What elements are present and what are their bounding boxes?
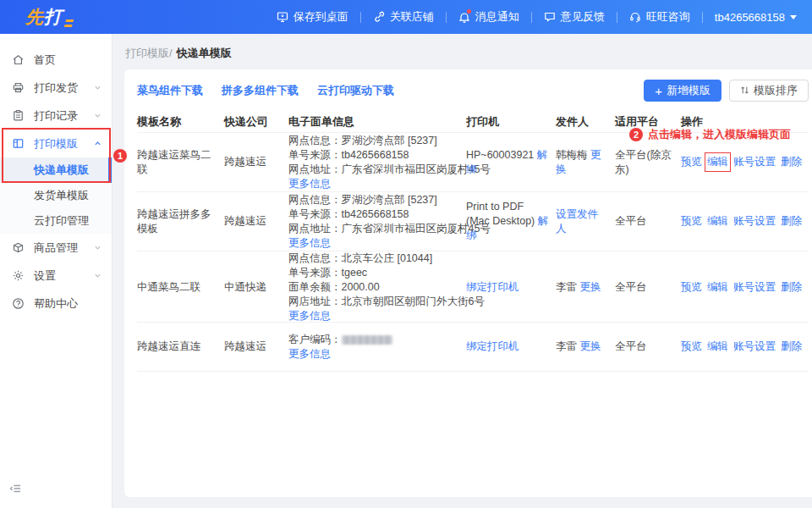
printer-cell: HP~60003921 解绑 <box>466 148 556 177</box>
table-row: 跨越速运直连 跨越速运 客户编码： 更多信息 绑定打印机 李雷 更换 全平台 <box>137 323 809 372</box>
more-info-link[interactable]: 更多信息 <box>288 310 331 322</box>
logo-accent-mark <box>64 19 74 27</box>
bind-printer-link[interactable]: 绑定打印机 <box>466 281 519 293</box>
info-value: 罗湖沙湾点部 [5237] <box>342 135 437 146</box>
redacted-customer-code <box>342 335 392 345</box>
change-sender-link[interactable]: 更换 <box>579 340 601 352</box>
preview-link[interactable]: 预览 <box>681 280 702 295</box>
waybill-info: 网点信息：罗湖沙湾点部 [5237] 单号来源：tb4265668158 网点地… <box>288 193 466 251</box>
main-content: 打印模版/ 快递单模版 菜鸟组件下载 拼多多组件下载 云打印驱动下载 + 新增模… <box>112 34 812 508</box>
edit-link[interactable]: 编辑 <box>707 155 728 169</box>
delete-link[interactable]: 删除 <box>781 340 802 354</box>
app-logo[interactable]: 先 打 <box>25 5 73 29</box>
sidebar-item-print-ship[interactable]: 打印发货 <box>0 74 112 102</box>
info-label: 单号来源： <box>288 149 342 161</box>
edit-link[interactable]: 编辑 <box>707 280 728 295</box>
row-actions: 预览 编辑 账号设置 删除 <box>681 214 809 229</box>
delete-link[interactable]: 删除 <box>781 155 802 169</box>
breadcrumb-parent[interactable]: 打印模版/ <box>125 46 173 61</box>
annotation-step2: 2 点击编辑，进入模版编辑页面 <box>629 127 791 142</box>
info-label: 网点信息： <box>288 135 342 146</box>
account-menu[interactable]: tb4265668158 <box>715 11 797 24</box>
sort-templates-button[interactable]: 模版排序 <box>729 80 809 102</box>
annotation-step2-text: 点击编辑，进入模版编辑页面 <box>648 127 791 142</box>
plus-icon: + <box>655 85 662 97</box>
save-to-desktop-button[interactable]: 保存到桌面 <box>277 9 348 25</box>
column-header-courier: 快递公司 <box>224 114 288 130</box>
chevron-down-icon <box>94 272 102 279</box>
account-settings-link[interactable]: 账号设置 <box>733 155 776 169</box>
bind-printer-link[interactable]: 绑定打印机 <box>466 340 519 352</box>
info-label: 网店地址： <box>288 295 342 307</box>
preview-link[interactable]: 预览 <box>681 340 702 354</box>
link-shop-button[interactable]: 关联店铺 <box>373 9 434 25</box>
more-info-link[interactable]: 更多信息 <box>288 348 331 360</box>
sidebar-subitem-cloud-print[interactable]: 云打印管理 <box>0 208 112 234</box>
cloud-print-driver-download-link[interactable]: 云打印驱动下载 <box>317 83 394 98</box>
account-settings-link[interactable]: 账号设置 <box>733 214 776 229</box>
sidebar-subitem-shipping-templates[interactable]: 发货单模版 <box>0 183 112 208</box>
sidebar-subitem-express-templates[interactable]: 快递单模版 <box>0 157 112 183</box>
preview-link[interactable]: 预览 <box>681 155 702 169</box>
divider <box>702 12 703 23</box>
info-value: 罗湖沙湾点部 [5237] <box>342 194 437 206</box>
sidebar-subitem-label: 快递单模版 <box>34 163 89 178</box>
feedback-button[interactable]: 意见反馈 <box>544 9 605 25</box>
preview-link[interactable]: 预览 <box>681 214 702 229</box>
account-settings-link[interactable]: 账号设置 <box>733 280 776 295</box>
divider <box>360 12 361 23</box>
account-settings-link[interactable]: 账号设置 <box>733 340 776 354</box>
column-header-template-name: 模板名称 <box>137 114 224 130</box>
desktop-save-icon <box>277 11 288 23</box>
waybill-info: 客户编码： 更多信息 <box>288 333 466 362</box>
sidebar-item-help-center[interactable]: 帮助中心 <box>0 290 112 318</box>
printer-name: Print to PDF (Mac Desktop) <box>466 201 535 227</box>
annotation-step1-badge: 1 <box>113 149 127 163</box>
bell-icon <box>458 11 470 23</box>
column-header-waybill-info: 电子面单信息 <box>288 114 466 130</box>
info-value: tb4265668158 <box>342 149 409 161</box>
cainiao-component-download-link[interactable]: 菜鸟组件下载 <box>137 83 203 98</box>
add-template-label: 新增模版 <box>667 83 710 98</box>
table-row: 跨越速运拼多多模板 跨越速运 网点信息：罗湖沙湾点部 [5237] 单号来源：t… <box>137 192 809 251</box>
chevron-down-icon <box>94 84 102 91</box>
sidebar-item-label: 打印记录 <box>34 108 78 124</box>
wangwang-support-button[interactable]: 旺旺咨询 <box>629 9 690 25</box>
sidebar-item-label: 打印模版 <box>34 136 78 152</box>
sidebar-item-home[interactable]: 首页 <box>0 46 112 74</box>
sidebar-item-label: 设置 <box>34 268 56 284</box>
headset-icon <box>629 11 641 23</box>
info-value: tgeec <box>342 267 368 279</box>
info-label: 网点地址： <box>288 223 342 235</box>
pdd-component-download-link[interactable]: 拼多多组件下载 <box>222 83 299 98</box>
sidebar-item-label: 打印发货 <box>34 80 78 96</box>
delete-link[interactable]: 删除 <box>781 214 802 229</box>
more-info-link[interactable]: 更多信息 <box>288 237 331 249</box>
notifications-button[interactable]: 消息通知 <box>458 9 519 25</box>
sidebar-item-print-records[interactable]: 打印记录 <box>0 102 112 130</box>
table-row: 中通菜鸟二联 中通快递 网点信息：北京车公庄 [01044] 单号来源：tgee… <box>137 251 809 323</box>
edit-link[interactable]: 编辑 <box>707 340 728 354</box>
sidebar-item-label: 商品管理 <box>34 240 78 256</box>
info-label: 网点地址： <box>288 163 342 175</box>
set-sender-link[interactable]: 设置发件人 <box>556 208 598 235</box>
sidebar-item-print-templates[interactable]: 打印模版 <box>0 130 112 157</box>
sidebar: 首页 打印发货 打印记录 <box>0 34 112 508</box>
sidebar-item-settings[interactable]: 设置 <box>0 262 112 290</box>
more-info-link[interactable]: 更多信息 <box>288 178 331 190</box>
sidebar-item-goods-management[interactable]: 商品管理 <box>0 234 112 262</box>
collapse-sidebar-button[interactable] <box>9 483 21 498</box>
info-label: 客户编码： <box>288 334 342 345</box>
add-template-button[interactable]: + 新增模版 <box>644 80 721 102</box>
printer-cell: 绑定打印机 <box>466 340 556 354</box>
wangwang-support-label: 旺旺咨询 <box>646 9 690 25</box>
waybill-info: 网点信息：北京车公庄 [01044] 单号来源：tgeec 面单余额：2000.… <box>288 251 466 323</box>
printer-name: HP~60003921 <box>466 149 534 161</box>
change-sender-link[interactable]: 更换 <box>579 281 601 293</box>
printer-icon <box>12 81 25 94</box>
edit-link[interactable]: 编辑 <box>707 214 728 229</box>
template-icon <box>12 137 25 150</box>
info-label: 网点信息： <box>288 252 342 264</box>
toolbar: 菜鸟组件下载 拼多多组件下载 云打印驱动下载 + 新增模版 <box>137 80 809 102</box>
delete-link[interactable]: 删除 <box>781 280 802 295</box>
